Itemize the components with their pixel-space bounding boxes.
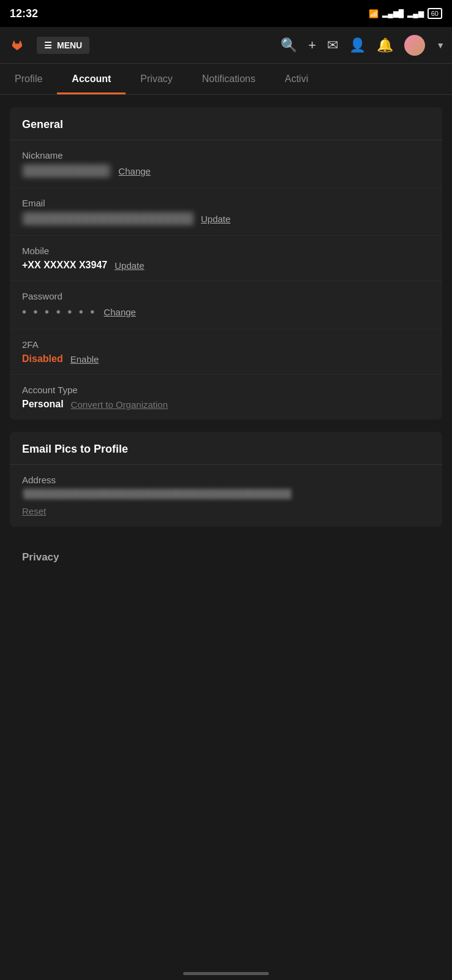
- signal-icon: ▂▄▆█: [382, 9, 404, 18]
- nickname-label: Nickname: [22, 150, 430, 160]
- home-indicator: [0, 965, 452, 980]
- tabs-bar: Profile Account Privacy Notifications Ac…: [0, 64, 452, 95]
- account-type-value: Personal: [22, 399, 64, 410]
- address-field: Address l███████████████████████████████…: [10, 465, 442, 527]
- bell-icon[interactable]: 🔔: [377, 37, 393, 53]
- twofa-label: 2FA: [22, 339, 430, 350]
- tab-activity[interactable]: Activi: [270, 64, 323, 94]
- status-bar: 12:32 📶 ▂▄▆█ ▂▄▆ 60: [0, 0, 452, 27]
- menu-icon: ☰: [44, 40, 52, 50]
- gitlab-logo: [7, 36, 27, 55]
- account-type-field: Account Type Personal Convert to Organiz…: [10, 375, 442, 420]
- status-time: 12:32: [10, 7, 38, 20]
- password-label: Password: [22, 291, 430, 301]
- reset-link[interactable]: Reset: [22, 506, 46, 516]
- top-nav: ☰ MENU 🔍 + ✉ 👤 🔔 ▼: [0, 27, 452, 64]
- battery-icon: 60: [428, 8, 442, 19]
- email-label: Email: [22, 198, 430, 208]
- home-bar: [183, 972, 269, 975]
- nickname-field: Nickname ██████████ Change: [10, 140, 442, 188]
- address-label: Address: [22, 475, 430, 485]
- privacy-label: Privacy: [10, 539, 442, 576]
- twofa-status: Disabled: [22, 353, 63, 364]
- nickname-value: ██████████: [22, 164, 111, 178]
- nav-icons: 🔍 + ✉ 👤 🔔 ▼: [281, 35, 445, 56]
- general-section: General Nickname ██████████ Change Email…: [10, 107, 442, 420]
- status-icons: 📶 ▂▄▆█ ▂▄▆ 60: [369, 8, 442, 19]
- search-icon[interactable]: 🔍: [281, 37, 297, 53]
- create-icon[interactable]: +: [308, 37, 316, 53]
- twofa-enable-link[interactable]: Enable: [70, 354, 99, 364]
- twofa-field: 2FA Disabled Enable: [10, 330, 442, 375]
- mail-icon[interactable]: ✉: [327, 37, 338, 53]
- email-field: Email ████████████████████████████████ U…: [10, 188, 442, 236]
- nickname-change-link[interactable]: Change: [118, 166, 151, 176]
- address-value: l███████████████████████████████████████…: [22, 489, 430, 499]
- password-field: Password • • • • • • • Change: [10, 281, 442, 330]
- mobile-value: +XX XXXXX X3947: [22, 260, 107, 271]
- password-value: • • • • • • •: [22, 305, 96, 319]
- convert-to-org-link[interactable]: Convert to Organization: [71, 399, 168, 410]
- tab-profile[interactable]: Profile: [0, 64, 57, 94]
- menu-button[interactable]: ☰ MENU: [37, 37, 89, 54]
- password-change-link[interactable]: Change: [104, 307, 136, 317]
- signal-icon-2: ▂▄▆: [407, 9, 424, 18]
- user-icon[interactable]: 👤: [349, 37, 366, 53]
- avatar[interactable]: [404, 35, 425, 56]
- email-update-link[interactable]: Update: [201, 214, 230, 224]
- main-content: General Nickname ██████████ Change Email…: [0, 95, 452, 588]
- email-value: ████████████████████████████████: [22, 212, 194, 225]
- email-pics-header: Email Pics to Profile: [10, 432, 442, 465]
- general-header: General: [10, 107, 442, 140]
- tab-privacy[interactable]: Privacy: [126, 64, 187, 94]
- chevron-down-icon: ▼: [436, 40, 445, 50]
- mobile-update-link[interactable]: Update: [115, 260, 144, 271]
- email-pics-section: Email Pics to Profile Address l█████████…: [10, 432, 442, 527]
- wifi-icon: 📶: [369, 9, 379, 18]
- mobile-field: Mobile +XX XXXXX X3947 Update: [10, 236, 442, 281]
- mobile-label: Mobile: [22, 246, 430, 256]
- account-type-label: Account Type: [22, 385, 430, 395]
- tab-account[interactable]: Account: [57, 64, 126, 94]
- tab-notifications[interactable]: Notifications: [187, 64, 270, 94]
